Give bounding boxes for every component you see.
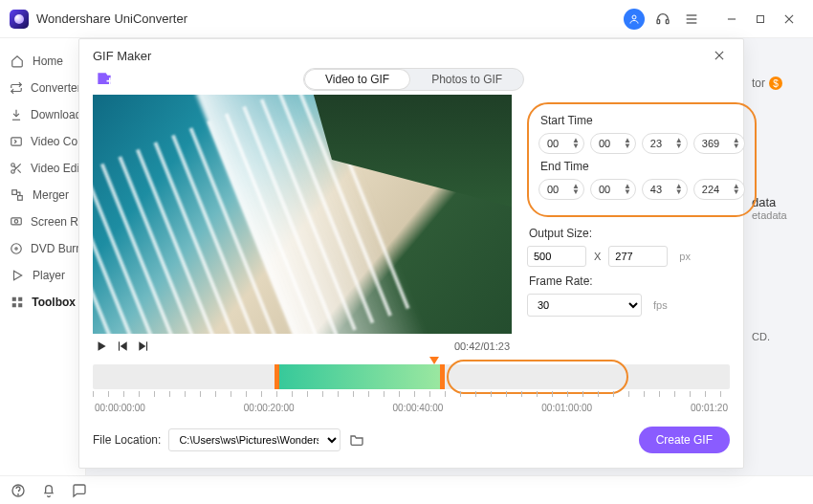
spinner-icon[interactable]: ▲▼ <box>675 184 683 195</box>
minimize-icon[interactable] <box>721 9 742 30</box>
svg-marker-35 <box>121 341 127 350</box>
svg-point-12 <box>11 170 15 174</box>
start-time-label: Start Time <box>540 114 745 127</box>
time-range-highlight: Start Time ▲▼ ▲▼ ▲▼ ▲▼ End Time ▲▼ ▲▼ ▲▼… <box>527 102 757 217</box>
bell-icon[interactable] <box>40 482 57 499</box>
sidebar-label: Converter <box>31 81 81 95</box>
modal-title: GIF Maker <box>93 49 151 63</box>
help-icon[interactable] <box>10 482 27 499</box>
next-frame-icon[interactable] <box>137 340 150 353</box>
disc-icon <box>10 241 23 256</box>
sidebar-item-video-compressor[interactable]: Video Compressor <box>0 128 85 155</box>
close-window-icon[interactable] <box>779 9 800 30</box>
bg-text: tor <box>752 77 765 90</box>
start-ms-stepper[interactable]: ▲▼ <box>693 133 745 154</box>
svg-marker-33 <box>99 341 106 350</box>
app-title: Wondershare UniConverter <box>36 11 187 26</box>
spinner-icon[interactable]: ▲▼ <box>572 184 580 195</box>
svg-rect-32 <box>109 77 111 84</box>
timeline-track[interactable] <box>93 364 730 389</box>
sidebar-item-converter[interactable]: Converter <box>0 75 85 101</box>
svg-rect-2 <box>666 19 669 23</box>
tab-video-to-gif[interactable]: Video to GIF <box>304 69 410 90</box>
hamburger-menu-icon[interactable] <box>681 9 702 30</box>
playback-time: 00:42/01:23 <box>454 340 510 352</box>
start-minutes-stepper[interactable]: ▲▼ <box>590 133 636 154</box>
svg-point-21 <box>15 248 17 250</box>
sidebar-item-downloader[interactable]: Downloader <box>0 101 85 128</box>
sidebar-item-home[interactable]: Home <box>0 48 85 75</box>
sidebar-label: Downloader <box>31 108 85 121</box>
sidebar-item-screen-recorder[interactable]: Screen Recorder <box>0 208 85 235</box>
timeline: 00:00:00:00 00:00:20:00 00:00:40:00 00:0… <box>93 364 730 413</box>
fps-unit: fps <box>653 299 668 311</box>
maximize-icon[interactable] <box>750 9 771 30</box>
scissors-icon <box>10 161 23 176</box>
spinner-icon[interactable]: ▲▼ <box>675 138 683 149</box>
close-icon[interactable] <box>709 47 730 64</box>
svg-point-11 <box>11 164 15 167</box>
timeline-selection[interactable] <box>275 364 445 389</box>
spinner-icon[interactable]: ▲▼ <box>733 184 740 195</box>
end-ms-stepper[interactable]: ▲▼ <box>693 179 745 200</box>
sidebar-item-player[interactable]: Player <box>0 262 85 289</box>
sidebar-item-toolbox[interactable]: Toolbox <box>0 289 85 316</box>
output-height-input[interactable] <box>608 246 668 267</box>
frame-rate-label: Frame Rate: <box>529 274 757 288</box>
start-seconds-stepper[interactable]: ▲▼ <box>642 133 688 154</box>
playhead-icon[interactable] <box>429 357 439 364</box>
spinner-icon[interactable]: ▲▼ <box>624 184 631 195</box>
svg-rect-24 <box>18 297 22 301</box>
spinner-icon[interactable]: ▲▼ <box>624 138 631 149</box>
headset-icon[interactable] <box>652 9 673 30</box>
svg-rect-16 <box>12 190 17 195</box>
frame-rate-select[interactable]: 30 <box>527 294 642 317</box>
add-file-icon[interactable] <box>93 69 116 90</box>
end-hours-stepper[interactable]: ▲▼ <box>538 179 584 200</box>
timeline-ticks <box>93 391 730 397</box>
svg-rect-17 <box>18 196 23 201</box>
timeline-ruler: 00:00:00:00 00:00:20:00 00:00:40:00 00:0… <box>93 403 730 413</box>
spinner-icon[interactable]: ▲▼ <box>733 138 740 149</box>
svg-marker-36 <box>139 341 145 350</box>
gif-maker-modal: GIF Maker Video to GIF Photos to GIF 00:… <box>78 38 744 469</box>
px-unit: px <box>679 251 691 262</box>
sidebar-item-merger[interactable]: Merger <box>0 182 85 208</box>
feedback-icon[interactable] <box>71 482 88 499</box>
video-preview[interactable] <box>93 95 512 334</box>
svg-rect-26 <box>18 303 22 307</box>
sidebar-label: Home <box>33 55 63 68</box>
title-bar: Wondershare UniConverter <box>0 0 813 38</box>
create-gif-button[interactable]: Create GIF <box>639 427 730 453</box>
account-avatar-icon[interactable] <box>624 9 645 30</box>
svg-line-14 <box>17 169 20 172</box>
prev-frame-icon[interactable] <box>116 340 129 353</box>
end-seconds-stepper[interactable]: ▲▼ <box>642 179 688 200</box>
sidebar-label: DVD Burner <box>31 242 85 255</box>
app-logo <box>10 10 29 29</box>
file-location-select[interactable]: C:\Users\ws\Pictures\Wonders <box>168 428 341 451</box>
svg-rect-34 <box>119 341 120 350</box>
svg-line-15 <box>14 166 16 168</box>
sidebar-item-video-editor[interactable]: Video Editor <box>0 155 85 182</box>
svg-point-28 <box>18 493 19 494</box>
merge-icon <box>10 187 25 203</box>
play-button-icon[interactable] <box>95 340 108 353</box>
start-hours-stepper[interactable]: ▲▼ <box>538 133 584 154</box>
sidebar-label: Player <box>33 269 65 282</box>
file-location-label: File Location: <box>93 433 161 447</box>
svg-rect-18 <box>11 218 22 225</box>
spinner-icon[interactable]: ▲▼ <box>572 138 580 149</box>
svg-point-20 <box>11 244 22 254</box>
output-width-input[interactable] <box>527 246 586 267</box>
sidebar: Home Converter Downloader Video Compress… <box>0 38 86 475</box>
sidebar-item-dvd-burner[interactable]: DVD Burner <box>0 235 85 262</box>
open-folder-icon[interactable] <box>348 431 365 449</box>
tab-photos-to-gif[interactable]: Photos to GIF <box>410 69 523 90</box>
sidebar-label: Video Compressor <box>31 135 85 148</box>
x-label: X <box>594 251 601 262</box>
converter-icon <box>10 80 23 96</box>
sidebar-label: Merger <box>33 188 69 202</box>
sidebar-label: Toolbox <box>32 296 76 309</box>
end-minutes-stepper[interactable]: ▲▼ <box>590 179 636 200</box>
